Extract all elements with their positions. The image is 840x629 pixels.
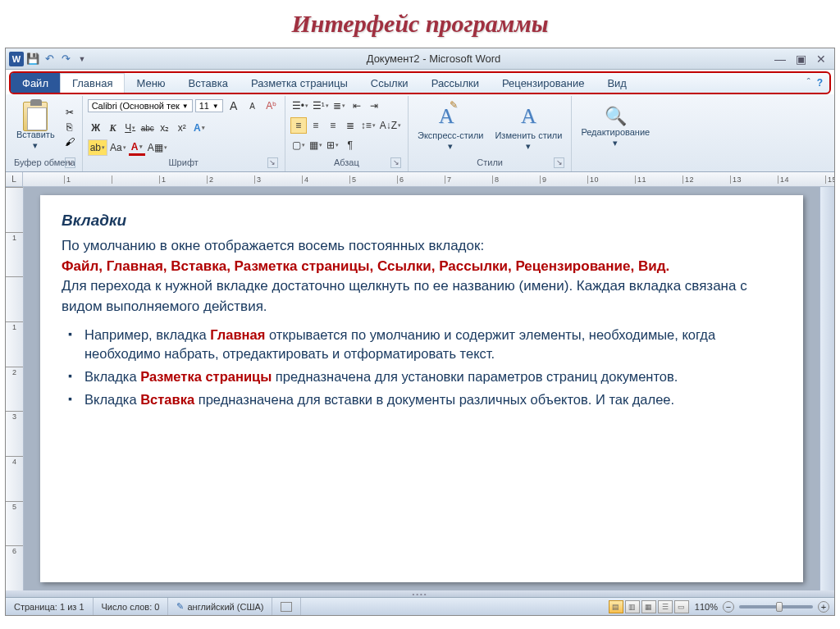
font-name-select[interactable]: Calibri (Основной тек▼ xyxy=(88,99,193,112)
list-item: Например, вкладка Главная открывается по… xyxy=(84,326,782,365)
tab-insert[interactable]: Вставка xyxy=(177,73,240,93)
status-language[interactable]: ✎английский (США) xyxy=(168,598,272,615)
paste-icon xyxy=(23,102,48,131)
vertical-ruler[interactable]: 1 1 23 45 6 xyxy=(6,187,24,590)
superscript-button[interactable]: x² xyxy=(174,120,190,136)
paragraph-launcher-icon[interactable]: ↘ xyxy=(390,157,401,168)
justify-icon[interactable]: ≣ xyxy=(342,117,358,134)
save-icon[interactable]: 💾 xyxy=(25,52,40,66)
titlebar: W 💾 ↶ ↷ ▼ Документ2 - Microsoft Word — ▣… xyxy=(6,48,834,70)
editing-button[interactable]: 🔍 Редактирование▾ xyxy=(577,98,654,156)
window-controls: — ▣ ✕ xyxy=(774,52,834,66)
view-print-layout-icon[interactable]: ▤ xyxy=(609,600,623,613)
splitter-handle[interactable]: •••• xyxy=(6,590,834,597)
status-page[interactable]: Страница: 1 из 1 xyxy=(6,598,94,615)
horizontal-ruler[interactable]: 1 12 34 56 78 910 1112 1314 15 xyxy=(23,172,834,187)
shading-icon[interactable]: ▢ xyxy=(290,137,307,153)
multilevel-icon[interactable]: ≣ xyxy=(331,98,348,114)
find-icon: 🔍 xyxy=(605,106,627,127)
case-button[interactable]: Aa xyxy=(108,139,128,156)
view-outline-icon[interactable]: ☰ xyxy=(658,600,673,613)
status-bar: Страница: 1 из 1 Число слов: 0 ✎английск… xyxy=(6,597,834,615)
text-effect-button[interactable]: A xyxy=(191,120,208,136)
numbering-icon[interactable]: ☰¹ xyxy=(311,98,331,114)
line-spacing-icon[interactable]: ↕≡ xyxy=(359,117,377,134)
format-painter-icon[interactable]: 🖌 xyxy=(62,135,77,148)
vertical-scrollbar[interactable] xyxy=(819,187,834,590)
status-words[interactable]: Число слов: 0 xyxy=(94,598,169,615)
tab-layout[interactable]: Разметка страницы xyxy=(240,73,359,93)
list-item: Вкладка Вставка предназначена для вставк… xyxy=(84,390,782,410)
tab-menu[interactable]: Меню xyxy=(125,73,176,93)
help-icon[interactable]: ? xyxy=(817,77,823,89)
ribbon: Вставить▾ ✂ ⎘ 🖌 Буфер обмена↘ Calibri (О… xyxy=(6,94,834,172)
minimize-icon[interactable]: — xyxy=(774,52,786,66)
char-shading-button[interactable]: A▦ xyxy=(146,139,169,156)
align-right-icon[interactable]: ≡ xyxy=(325,117,341,134)
maximize-icon[interactable]: ▣ xyxy=(796,52,806,66)
borders-icon[interactable]: ▦ xyxy=(308,137,324,153)
group-label-font: Шрифт↘ xyxy=(88,156,280,170)
font-color-button[interactable]: A xyxy=(129,139,145,156)
underline-button[interactable]: Ч xyxy=(122,120,139,136)
ribbon-minimize-icon[interactable]: ˆ xyxy=(807,77,810,89)
window-title: Документ2 - Microsoft Word xyxy=(93,52,774,65)
qat-dropdown-icon[interactable]: ▼ xyxy=(75,52,89,66)
group-paragraph: ☰• ☰¹ ≣ ⇤ ⇥ ≡ ≡ ≡ ≣ ↕≡ A↓Z ▢ ▦ ⊞ xyxy=(285,96,409,171)
group-label-paragraph: Абзац↘ xyxy=(290,156,403,170)
view-web-icon[interactable]: ▦ xyxy=(641,600,656,613)
align-center-icon[interactable]: ≡ xyxy=(308,117,324,134)
outdent-icon[interactable]: ⇤ xyxy=(349,98,365,114)
view-reading-icon[interactable]: ▥ xyxy=(625,600,640,613)
zoom-level[interactable]: 110% xyxy=(690,602,723,612)
tab-review[interactable]: Рецензирование xyxy=(491,73,596,93)
grow-font-icon[interactable]: A xyxy=(226,98,242,114)
font-size-select[interactable]: 11▼ xyxy=(195,99,223,112)
change-styles-icon: A xyxy=(514,103,542,130)
align-left-icon[interactable]: ≡ xyxy=(290,117,307,134)
tab-references[interactable]: Ссылки xyxy=(359,73,420,93)
view-draft-icon[interactable]: ▭ xyxy=(674,600,689,613)
redo-icon[interactable]: ↷ xyxy=(58,52,73,66)
copy-icon[interactable]: ⎘ xyxy=(62,121,77,134)
ribbon-tabs: Файл Главная Меню Вставка Разметка стран… xyxy=(9,71,831,94)
tabs-icon[interactable]: ⊞ xyxy=(325,137,341,153)
doc-heading: Вкладки xyxy=(62,212,782,230)
tab-home[interactable]: Главная xyxy=(60,73,125,93)
zoom-slider[interactable] xyxy=(739,605,813,608)
indent-icon[interactable]: ⇥ xyxy=(366,98,382,114)
clear-format-icon[interactable]: Aᵇ xyxy=(263,98,280,114)
group-label-styles: Стили↘ xyxy=(413,156,566,170)
quick-styles-icon: A xyxy=(436,103,464,130)
tab-view[interactable]: Вид xyxy=(596,73,638,93)
zoom-out-icon[interactable]: − xyxy=(723,601,734,613)
group-clipboard: Вставить▾ ✂ ⎘ 🖌 Буфер обмена↘ xyxy=(7,96,83,171)
sort-icon[interactable]: A↓Z xyxy=(378,117,403,134)
tab-mailings[interactable]: Рассылки xyxy=(420,73,491,93)
styles-launcher-icon[interactable]: ↘ xyxy=(554,157,564,168)
strike-button[interactable]: abc xyxy=(139,120,156,136)
group-label-clipboard: Буфер обмена↘ xyxy=(12,156,77,170)
cut-icon[interactable]: ✂ xyxy=(62,106,77,119)
status-insert-mode[interactable] xyxy=(272,598,301,615)
shrink-font-icon[interactable]: A xyxy=(244,98,261,114)
group-styles: A Экспресс-стили▾ A Изменить стили▾ Стил… xyxy=(409,96,572,171)
italic-button[interactable]: К xyxy=(105,120,121,136)
subscript-button[interactable]: x₂ xyxy=(157,120,173,136)
highlight-button[interactable]: ab xyxy=(88,139,107,156)
word-logo-icon: W xyxy=(9,52,24,66)
change-styles-button[interactable]: A Изменить стили▾ xyxy=(491,98,566,156)
zoom-in-icon[interactable]: + xyxy=(818,601,829,613)
paste-button[interactable]: Вставить▾ xyxy=(12,98,59,156)
tab-file[interactable]: Файл xyxy=(11,73,60,93)
bold-button[interactable]: Ж xyxy=(88,120,104,136)
undo-icon[interactable]: ↶ xyxy=(42,52,57,66)
group-font: Calibri (Основной тек▼ 11▼ A A Aᵇ Ж К Ч … xyxy=(83,96,285,171)
bullets-icon[interactable]: ☰• xyxy=(290,98,310,114)
quick-styles-button[interactable]: A Экспресс-стили▾ xyxy=(413,98,487,156)
close-icon[interactable]: ✕ xyxy=(816,52,826,66)
clipboard-launcher-icon[interactable]: ↘ xyxy=(65,157,75,168)
font-launcher-icon[interactable]: ↘ xyxy=(267,157,278,168)
document-page[interactable]: Вкладки По умолчанию в окне отображается… xyxy=(40,195,803,582)
show-marks-icon[interactable]: ¶ xyxy=(342,137,358,153)
